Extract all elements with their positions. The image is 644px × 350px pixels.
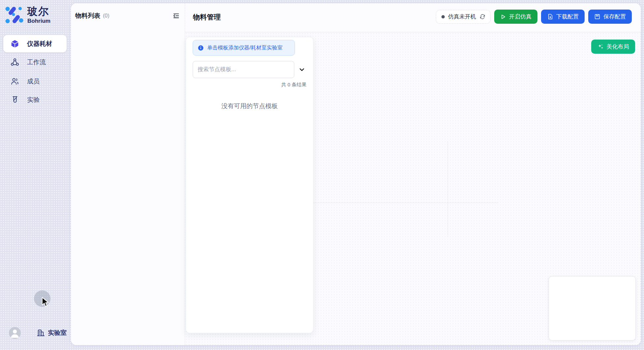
canvas-guide-line-v — [448, 142, 448, 236]
experiment-icon — [11, 96, 19, 104]
sidebar-footer: 实验室 — [9, 327, 67, 339]
simulation-status-badge: 仿真未开机 — [436, 10, 491, 24]
refresh-icon — [479, 14, 486, 20]
chevron-down-icon — [298, 66, 306, 73]
save-config-button[interactable]: 保存配置 — [588, 10, 632, 24]
sidebar-item-workflow[interactable]: 工作流 — [3, 53, 67, 71]
workspace-label: 实验室 — [48, 329, 67, 337]
node-template-panel: 单击模板添加仪器/耗材至实验室 共 0 条结果 没有可用的节点模板 — [186, 37, 313, 333]
canvas-minimap[interactable] — [549, 276, 636, 340]
start-simulation-label: 开启仿真 — [509, 13, 531, 20]
info-icon — [198, 45, 204, 51]
save-icon — [594, 14, 600, 20]
search-template-input[interactable] — [193, 61, 294, 78]
start-simulation-button[interactable]: 开启仿真 — [494, 10, 537, 24]
page-header: 物料管理 仿真未开机 — [185, 3, 641, 32]
fold-icon — [173, 12, 180, 19]
app-sidebar: 玻尔 Bohrium 仪器耗材 工作流 — [0, 0, 71, 350]
expand-filters-button[interactable] — [298, 66, 306, 73]
materials-list-title: 物料列表 — [75, 12, 100, 20]
canvas-guide-line-h — [313, 203, 498, 203]
template-hint-banner: 单击模板添加仪器/耗材至实验室 — [193, 40, 295, 56]
search-result-count: 共 0 条结果 — [281, 82, 306, 88]
download-file-icon — [547, 14, 553, 20]
materials-list-count: (0) — [103, 13, 110, 19]
download-config-label: 下载配置 — [556, 13, 579, 20]
sparkles-icon — [597, 44, 604, 50]
sidebar-item-label: 成员 — [27, 77, 40, 86]
sidebar-item-experiments[interactable]: 实验 — [3, 91, 67, 108]
brand-logo: 玻尔 Bohrium — [5, 5, 50, 25]
empty-templates-message: 没有可用的节点模板 — [186, 102, 313, 110]
materials-list-panel: 物料列表 (0) — [71, 3, 185, 345]
sidebar-item-label: 仪器耗材 — [27, 40, 52, 48]
layout-canvas[interactable]: 单击模板添加仪器/耗材至实验室 共 0 条结果 没有可用的节点模板 — [185, 32, 641, 345]
cube-icon — [11, 40, 19, 48]
main-shell: 物料列表 (0) 物料管理 仿真未开机 — [71, 3, 641, 345]
sidebar-item-instruments[interactable]: 仪器耗材 — [3, 35, 67, 52]
page-title: 物料管理 — [193, 13, 221, 22]
sidebar-item-label: 实验 — [27, 96, 40, 104]
template-hint-text: 单击模板添加仪器/耗材至实验室 — [207, 44, 282, 51]
status-dot-icon — [441, 15, 445, 18]
mouse-cursor — [42, 297, 49, 307]
brand-name-en: Bohrium — [27, 18, 50, 24]
brand-name-cn: 玻尔 — [27, 6, 50, 16]
beautify-layout-label: 美化布局 — [607, 43, 629, 50]
beautify-layout-button[interactable]: 美化布局 — [591, 40, 635, 54]
sidebar-item-label: 工作流 — [27, 58, 46, 67]
play-icon — [500, 14, 506, 20]
members-icon — [11, 77, 19, 86]
sidebar-item-members[interactable]: 成员 — [3, 73, 67, 90]
workspace-switcher[interactable]: 实验室 — [37, 329, 67, 337]
download-config-button[interactable]: 下载配置 — [541, 10, 585, 24]
refresh-status-button[interactable] — [479, 14, 486, 20]
avatar[interactable] — [9, 327, 21, 339]
save-config-label: 保存配置 — [603, 13, 626, 20]
building-icon — [37, 329, 45, 337]
bohrium-logo-icon — [5, 5, 24, 25]
status-label: 仿真未开机 — [448, 13, 476, 20]
collapse-panel-button[interactable] — [172, 12, 180, 20]
workflow-icon — [11, 58, 19, 67]
